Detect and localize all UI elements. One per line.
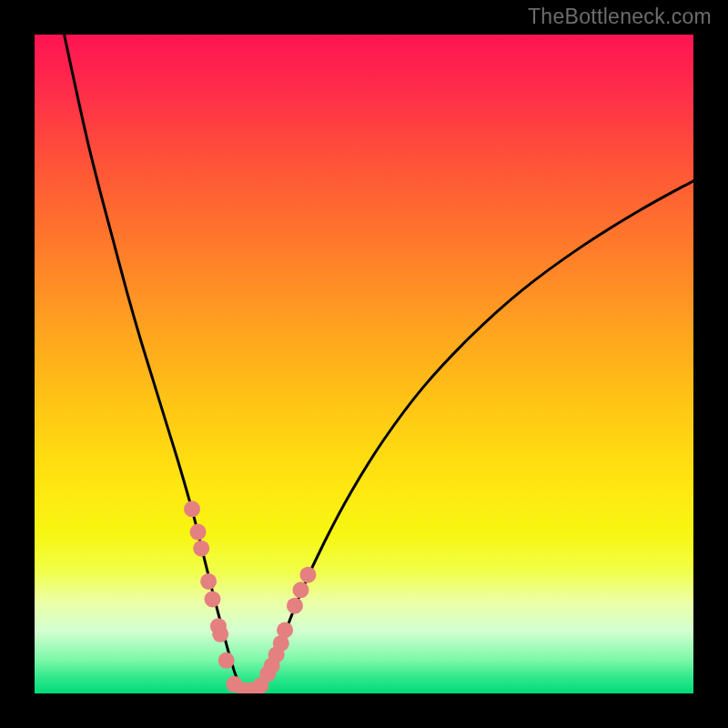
data-point (218, 652, 235, 669)
data-point (190, 524, 207, 541)
chart-svg (35, 35, 693, 693)
data-point (212, 626, 228, 642)
data-point (193, 541, 209, 557)
plot-area (35, 35, 693, 693)
chart-container: TheBottleneck.com (0, 0, 728, 728)
data-point (184, 500, 200, 517)
data-point (293, 581, 309, 598)
data-point (200, 573, 217, 590)
data-point (277, 622, 293, 639)
data-point (299, 567, 316, 583)
data-point (287, 598, 303, 614)
watermark-text: TheBottleneck.com (528, 5, 712, 29)
data-point (204, 591, 220, 607)
gradient-background (35, 35, 693, 693)
